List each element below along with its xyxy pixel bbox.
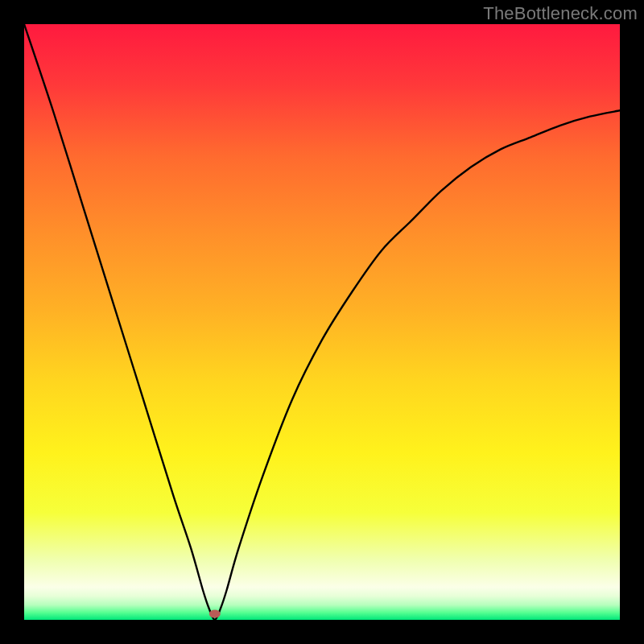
watermark-text: TheBottleneck.com bbox=[483, 3, 638, 24]
optimal-point-marker bbox=[209, 610, 221, 618]
plot-area bbox=[24, 24, 620, 620]
chart-frame: TheBottleneck.com bbox=[0, 0, 644, 644]
gradient-background bbox=[24, 24, 620, 620]
bottleneck-chart bbox=[24, 24, 620, 620]
